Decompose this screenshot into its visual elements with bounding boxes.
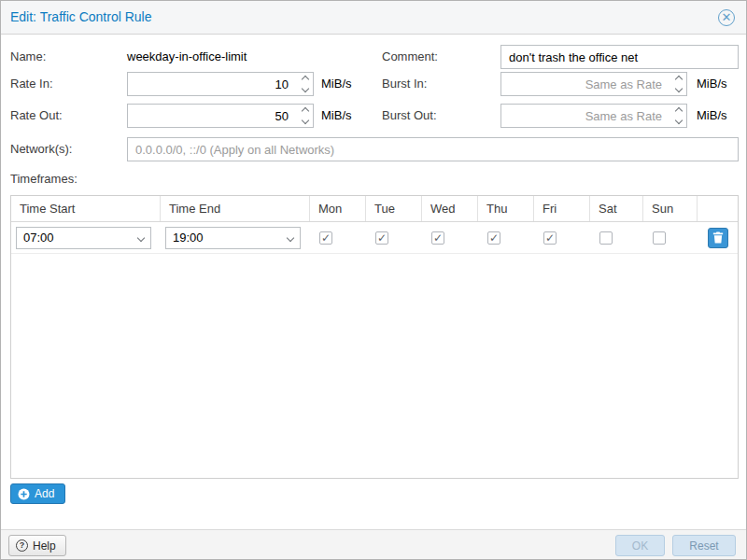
time-end-value: 19:00 [173, 228, 204, 248]
burst-out-spinner[interactable] [676, 104, 682, 128]
column-header-time-end: Time End [161, 196, 310, 221]
dialog-title: Edit: Traffic Control Rule [10, 9, 151, 24]
spinner-up-icon [675, 76, 683, 83]
time-start-select[interactable]: 07:00 [16, 227, 151, 249]
spinner-down-icon [675, 85, 683, 92]
reset-button[interactable]: Reset [672, 535, 736, 556]
column-header-tue: Tue [366, 196, 422, 221]
comment-input[interactable] [500, 45, 739, 69]
burst-in-spinner[interactable] [676, 72, 682, 96]
timeframes-table: Time Start Time End Mon Tue Wed Thu Fri … [10, 195, 739, 479]
timeframes-label: Timeframes: [10, 167, 78, 191]
burst-in-input[interactable] [500, 72, 687, 96]
spinner-up-icon [302, 107, 309, 115]
rate-out-label: Rate Out: [10, 104, 63, 128]
burst-out-label: Burst Out: [382, 104, 437, 128]
chevron-down-icon [138, 235, 144, 241]
rate-out-unit: MiB/s [321, 104, 352, 128]
traffic-control-rule-dialog: Edit: Traffic Control Rule ✕ Name: weekd… [0, 0, 747, 560]
chevron-down-icon [288, 235, 293, 241]
help-button[interactable]: ? Help [8, 535, 66, 556]
spinner-down-icon [302, 85, 309, 92]
column-header-thu: Thu [478, 196, 534, 221]
thu-checkbox[interactable] [487, 231, 500, 245]
add-button-label: Add [35, 487, 54, 500]
comment-label: Comment: [382, 45, 438, 69]
name-value: weekday-in-office-limit [127, 45, 247, 69]
time-end-select[interactable]: 19:00 [165, 227, 301, 249]
column-header-actions [698, 196, 738, 221]
rate-in-label: Rate In: [10, 72, 53, 96]
column-header-mon: Mon [310, 196, 366, 221]
close-icon[interactable]: ✕ [718, 9, 735, 26]
rate-in-spinner[interactable] [303, 72, 308, 96]
ok-button[interactable]: OK [615, 535, 665, 556]
spinner-up-icon [302, 76, 309, 83]
column-header-fri: Fri [534, 196, 590, 221]
help-button-label: Help [33, 539, 56, 553]
delete-timeframe-button[interactable] [708, 228, 728, 248]
burst-out-input[interactable] [500, 104, 687, 128]
spinner-up-icon [675, 107, 683, 115]
rate-in-input[interactable] [127, 72, 314, 96]
burst-in-label: Burst In: [382, 72, 427, 96]
column-header-sun: Sun [643, 196, 698, 221]
wed-checkbox[interactable] [431, 231, 444, 245]
spinner-down-icon [302, 117, 309, 124]
dialog-titlebar: Edit: Traffic Control Rule ✕ [1, 1, 746, 35]
dialog-footer: ? Help OK Reset [1, 529, 746, 560]
rate-in-unit: MiB/s [321, 72, 352, 96]
rate-out-spinner[interactable] [303, 104, 308, 128]
mon-checkbox[interactable] [319, 231, 332, 245]
networks-label: Network(s): [10, 137, 72, 161]
fri-checkbox[interactable] [543, 231, 557, 245]
timeframe-row: 07:00 19:00 [11, 222, 738, 254]
networks-input[interactable] [127, 137, 739, 161]
rate-out-input[interactable] [127, 104, 314, 128]
spinner-down-icon [675, 117, 683, 124]
trash-icon [712, 231, 724, 244]
name-label: Name: [10, 45, 46, 69]
tue-checkbox[interactable] [375, 231, 388, 245]
burst-out-unit: MiB/s [697, 104, 727, 128]
add-timeframe-button[interactable]: Add [10, 483, 65, 504]
column-header-time-start: Time Start [11, 196, 161, 221]
plus-circle-icon [18, 488, 30, 500]
sun-checkbox[interactable] [653, 231, 666, 245]
burst-in-unit: MiB/s [697, 72, 727, 96]
sat-checkbox[interactable] [599, 231, 613, 245]
timeframes-table-header: Time Start Time End Mon Tue Wed Thu Fri … [11, 196, 738, 222]
column-header-sat: Sat [590, 196, 643, 221]
column-header-wed: Wed [422, 196, 478, 221]
time-start-value: 07:00 [23, 228, 54, 248]
help-icon: ? [16, 539, 28, 552]
